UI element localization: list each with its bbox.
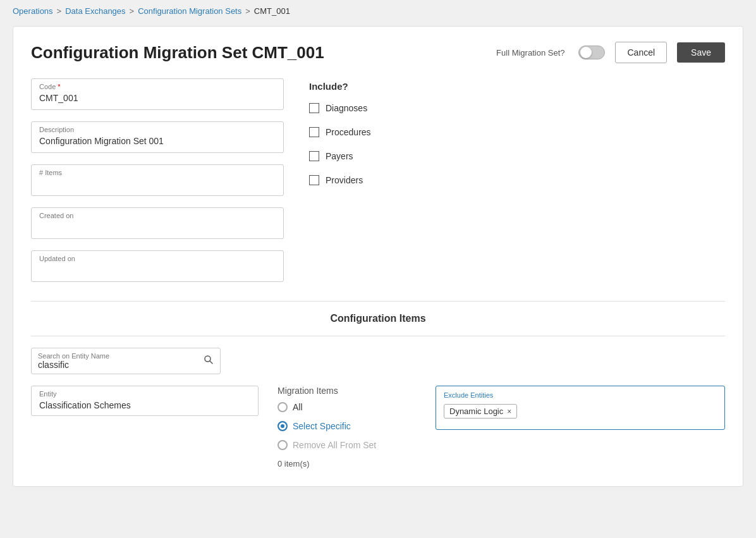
section-divider (31, 301, 725, 302)
created-on-value (39, 221, 276, 233)
search-box-inner: Search on Entity Name (32, 348, 197, 374)
tag-remove-0[interactable]: × (507, 407, 511, 416)
page-wrapper: Operations > Data Exchanges > Configurat… (0, 0, 756, 538)
breadcrumb-sep-3: > (245, 6, 250, 16)
main-card: Configuration Migration Set CMT_001 Full… (13, 26, 743, 487)
card-header: Configuration Migration Set CMT_001 Full… (31, 42, 725, 63)
checkbox-label-1: Procedures (326, 127, 371, 137)
checkbox-box-3[interactable] (309, 175, 319, 185)
code-field: Code * CMT_001 (31, 78, 284, 110)
radio-circle-1[interactable] (277, 421, 288, 431)
breadcrumb-sep-1: > (57, 6, 62, 16)
items-value (39, 178, 276, 190)
search-input[interactable] (38, 360, 191, 370)
created-on-field: Created on (31, 207, 284, 239)
checkbox-row[interactable]: Payers (309, 151, 725, 161)
code-label: Code * (39, 83, 61, 90)
checkbox-label-3: Providers (326, 175, 363, 185)
migration-items-label: Migration Items (277, 386, 417, 396)
items-label: # Items (39, 169, 62, 176)
search-icon (204, 355, 214, 365)
radio-row-0[interactable]: All (277, 402, 417, 412)
checkbox-row[interactable]: Procedures (309, 127, 725, 137)
tag-0: Dynamic Logic× (444, 404, 517, 419)
radio-circle-0[interactable] (277, 402, 288, 412)
toggle-knob (580, 47, 592, 58)
header-actions: Full Migration Set? Cancel Save (496, 42, 725, 63)
required-star: * (56, 83, 60, 90)
config-divider (31, 336, 725, 336)
page-title: Configuration Migration Set CMT_001 (31, 43, 324, 63)
checkbox-box-2[interactable] (309, 151, 319, 161)
full-migration-toggle[interactable] (578, 46, 605, 59)
search-label: Search on Entity Name (38, 352, 191, 360)
description-value[interactable]: Configuration Migration Set 001 (39, 135, 276, 147)
checkbox-box-0[interactable] (309, 103, 319, 113)
breadcrumb-operations[interactable]: Operations (13, 6, 53, 16)
items-field: # Items (31, 164, 284, 196)
full-migration-label: Full Migration Set? (496, 48, 564, 58)
config-items-title: Configuration Items (31, 313, 725, 324)
include-section: Include? Diagnoses Procedures Payers Pro… (309, 78, 725, 282)
updated-on-value (39, 264, 276, 276)
radio-label-1: Select Specific (293, 421, 351, 431)
breadcrumb-config-migration-sets[interactable]: Configuration Migration Sets (138, 6, 241, 16)
checkbox-row[interactable]: Diagnoses (309, 103, 725, 113)
breadcrumb: Operations > Data Exchanges > Configurat… (13, 6, 743, 16)
entity-field: Entity Classification Schemes (31, 386, 259, 416)
entity-field-value: Classification Schemes (39, 399, 250, 410)
checkbox-label-0: Diagnoses (326, 103, 367, 113)
checkbox-row[interactable]: Providers (309, 175, 725, 185)
svg-line-1 (210, 361, 212, 364)
exclude-label: Exclude Entities (444, 391, 717, 399)
form-section: Code * CMT_001 Description Configuration… (31, 78, 725, 282)
item-count: 0 item(s) (277, 459, 417, 468)
radio-circle-2 (277, 440, 288, 450)
cancel-button[interactable]: Cancel (615, 42, 667, 63)
exclude-entities-section: Exclude Entities Dynamic Logic× (436, 386, 725, 430)
entity-field-label: Entity (39, 390, 57, 398)
description-field: Description Configuration Migration Set … (31, 121, 284, 153)
checkboxes-container: Diagnoses Procedures Payers Providers (309, 103, 725, 185)
migration-items-section: Migration Items AllSelect SpecificRemove… (277, 386, 417, 468)
updated-on-label: Updated on (39, 255, 75, 262)
updated-on-field: Updated on (31, 250, 284, 282)
breadcrumb-data-exchanges[interactable]: Data Exchanges (65, 6, 125, 16)
created-on-label: Created on (39, 212, 73, 219)
radio-label-2: Remove All From Set (293, 440, 376, 450)
save-button[interactable]: Save (677, 42, 725, 63)
radio-row-1[interactable]: Select Specific (277, 421, 417, 431)
radio-container: AllSelect SpecificRemove All From Set (277, 402, 417, 450)
checkbox-box-1[interactable] (309, 127, 319, 137)
search-icon-button[interactable] (197, 350, 220, 372)
entity-migration-row: Entity Classification Schemes Migration … (31, 386, 725, 468)
radio-label-0: All (293, 402, 303, 412)
tags-container: Dynamic Logic× (444, 404, 717, 419)
form-left: Code * CMT_001 Description Configuration… (31, 78, 284, 282)
breadcrumb-sep-2: > (130, 6, 135, 16)
search-box-wrapper: Search on Entity Name (31, 348, 221, 374)
toggle-track[interactable] (578, 46, 605, 59)
code-value[interactable]: CMT_001 (39, 92, 276, 104)
include-title: Include? (309, 81, 725, 92)
tag-label-0: Dynamic Logic (449, 407, 503, 416)
checkbox-label-2: Payers (326, 151, 353, 161)
description-label: Description (39, 126, 74, 133)
radio-row-2: Remove All From Set (277, 440, 417, 450)
exclude-box: Exclude Entities Dynamic Logic× (436, 386, 725, 430)
breadcrumb-current: CMT_001 (254, 6, 290, 16)
